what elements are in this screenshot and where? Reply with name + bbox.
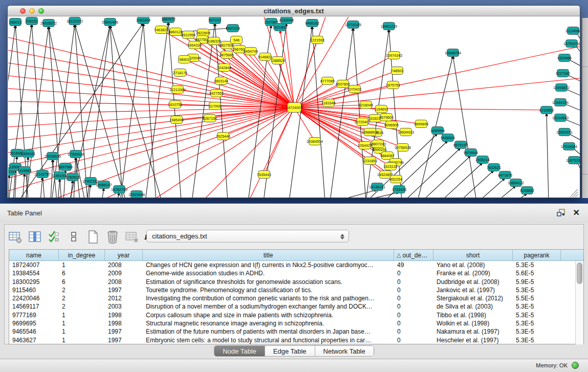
graph-node[interactable]: 7857224 — [226, 25, 240, 32]
column-header-in_degree[interactable]: in_degree — [59, 250, 105, 260]
delete-column-icon[interactable] — [124, 229, 140, 245]
select-columns-icon[interactable] — [47, 229, 62, 245]
graph-node[interactable]: 1181646 — [321, 99, 335, 107]
graph-node[interactable]: 14136141 — [369, 183, 385, 191]
tab-node-table[interactable]: Node Table — [214, 346, 265, 356]
graph-node[interactable]: 8183048 — [279, 17, 294, 24]
graph-node[interactable]: 748503 — [391, 67, 403, 75]
graph-node[interactable]: 9579603 — [379, 114, 394, 121]
graph-node[interactable]: 11675339 — [566, 157, 580, 164]
graph-node[interactable]: 18724007 — [286, 103, 302, 113]
tab-network-table[interactable]: Network Table — [315, 346, 374, 356]
graph-node[interactable]: 1810755 — [168, 101, 182, 108]
graph-node[interactable]: 12142757 — [34, 170, 51, 178]
graph-node[interactable]: 16782759 — [111, 186, 127, 193]
graph-node[interactable]: 3216045 — [359, 101, 373, 109]
graph-node[interactable]: 3242844 — [217, 64, 231, 72]
graph-node[interactable]: 1615132 — [383, 163, 398, 170]
graph-node[interactable]: 18807249 — [369, 140, 386, 148]
graph-node[interactable]: 1231851 — [363, 157, 377, 165]
graph-node[interactable]: 7463822 — [154, 26, 168, 34]
graph-node[interactable]: 1070431 — [347, 85, 362, 93]
graph-node[interactable]: 16958107 — [96, 181, 112, 189]
table-row[interactable]: 1830029562008Estimation of significance … — [9, 278, 576, 286]
graph-node[interactable]: 15751074 — [563, 40, 580, 48]
show-columns-icon[interactable] — [27, 229, 42, 245]
table-row[interactable]: 969969511998Structural magnetic resonanc… — [9, 319, 576, 327]
graph-node[interactable]: 239151 — [26, 17, 38, 25]
graph-node[interactable]: 1921853 — [273, 24, 287, 31]
table-row[interactable]: 1872400712008Changes of HCN gene express… — [9, 261, 576, 269]
graph-node[interactable]: 10654112 — [508, 179, 524, 187]
graph-node[interactable]: 24035572 — [40, 19, 57, 27]
new-table-icon[interactable] — [8, 229, 23, 245]
graph-node[interactable]: 1733426 — [392, 186, 406, 193]
graph-node[interactable]: 6679197 — [453, 141, 468, 149]
delete-table-icon[interactable] — [105, 229, 120, 245]
graph-node[interactable]: 16461219 — [381, 23, 397, 30]
graph-node[interactable]: 16648784 — [445, 49, 461, 57]
resize-grip-icon[interactable] — [573, 192, 578, 197]
column-header-year[interactable]: year — [105, 250, 143, 260]
graph-node[interactable]: 1654338 — [187, 41, 202, 49]
citation-graph[interactable]: 1860132391512403557218122372206914062081… — [8, 17, 580, 198]
graph-node[interactable]: 20206536 — [45, 152, 61, 160]
graph-node[interactable]: 8096505 — [384, 121, 399, 129]
graph-node[interactable]: 8186328 — [207, 37, 221, 45]
graph-node[interactable]: 8860128 — [168, 28, 183, 36]
graph-node[interactable]: 1862972 — [161, 17, 176, 23]
graph-node[interactable]: 16210643 — [552, 114, 569, 122]
graph-node[interactable]: 186013 — [9, 18, 21, 26]
table-row[interactable]: 2242004622012Investigating the contribut… — [9, 294, 576, 302]
graph-node[interactable]: 9245652 — [520, 187, 534, 194]
graph-node[interactable]: 12213389 — [169, 86, 186, 94]
scrollbar-thumb[interactable] — [577, 262, 582, 284]
table-row[interactable]: 1938455462009Genome-wide association stu… — [9, 269, 576, 277]
graph-node[interactable]: 1221593 — [310, 36, 324, 44]
graph-node[interactable]: 8427552 — [209, 90, 224, 97]
column-header-title[interactable]: title — [143, 250, 394, 260]
graph-node[interactable]: 957237 — [209, 17, 221, 24]
graph-node[interactable]: 8471676 — [498, 171, 512, 179]
graph-node[interactable]: 11124084 — [565, 27, 580, 35]
graph-node[interactable]: 2718176 — [173, 69, 187, 77]
graph-node[interactable]: 9474444 — [464, 149, 478, 157]
network-canvas[interactable]: 1860132391512403557218122372206914062081… — [8, 17, 580, 198]
column-header-name[interactable]: name — [9, 250, 59, 260]
graph-node[interactable]: 2803144 — [214, 77, 228, 85]
resize-grip-icon[interactable] — [575, 194, 578, 197]
table-row[interactable]: 946554611997Estimation of the future num… — [9, 327, 576, 336]
table-row[interactable]: 977716911998Corpus callosum shape and si… — [9, 311, 576, 319]
graph-node[interactable]: 12444154 — [552, 99, 569, 106]
graph-node[interactable]: 8777089 — [320, 77, 335, 85]
tab-edge-table[interactable]: Edge Table — [265, 346, 315, 356]
graph-node[interactable]: 1599161 — [21, 150, 35, 158]
graph-node[interactable]: 8454749 — [244, 48, 258, 55]
graph-node[interactable]: 9329966 — [557, 54, 572, 62]
graph-node[interactable]: 546 — [231, 36, 243, 44]
graph-node[interactable]: 9146821 — [258, 53, 272, 61]
graph-node[interactable]: 9227342 — [556, 70, 570, 77]
graph-node[interactable]: 20691406 — [102, 18, 118, 26]
graph-node[interactable]: 12923448 — [128, 191, 145, 199]
table-row[interactable]: 911546021997Tourette syndrome. Phenomeno… — [9, 286, 576, 294]
graph-node[interactable]: 7632621 — [487, 164, 501, 171]
graph-node[interactable]: 17016504 — [561, 143, 577, 150]
close-panel-icon[interactable]: ✕ — [573, 208, 580, 217]
graph-node[interactable]: 452254 — [390, 176, 402, 183]
graph-node[interactable]: 317008 — [209, 102, 221, 110]
graph-node[interactable]: 1115683 — [18, 167, 32, 174]
graph-node[interactable]: 5938924 — [441, 134, 455, 142]
column-header-short[interactable]: short — [433, 250, 513, 260]
graph-node[interactable]: 98903 — [179, 56, 190, 63]
vertical-scrollbar[interactable] — [575, 261, 583, 344]
graph-node[interactable]: 19756928 — [395, 144, 411, 151]
graph-node[interactable]: 8215953 — [539, 106, 554, 114]
graph-node[interactable]: 8912954 — [181, 31, 195, 39]
graph-node[interactable]: 9897588 — [58, 163, 73, 171]
graph-node[interactable]: 17359928 — [68, 150, 84, 158]
graph-node[interactable]: 12093872 — [553, 84, 570, 92]
table-row[interactable]: 1456911722003Disruption of a novel membe… — [9, 302, 576, 311]
graph-node[interactable]: 7625440 — [216, 133, 230, 140]
graph-node[interactable]: 7635441 — [257, 171, 271, 179]
